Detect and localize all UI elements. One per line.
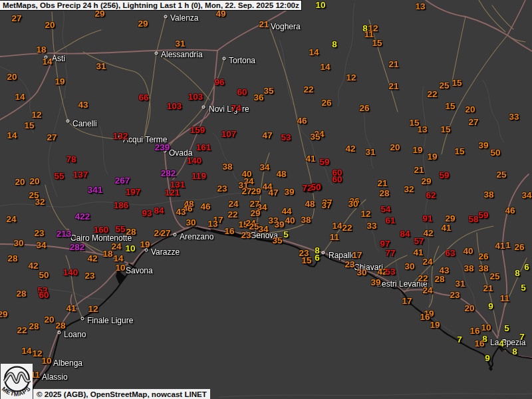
- svg-text:METMAPS: METMAPS: [1, 385, 32, 398]
